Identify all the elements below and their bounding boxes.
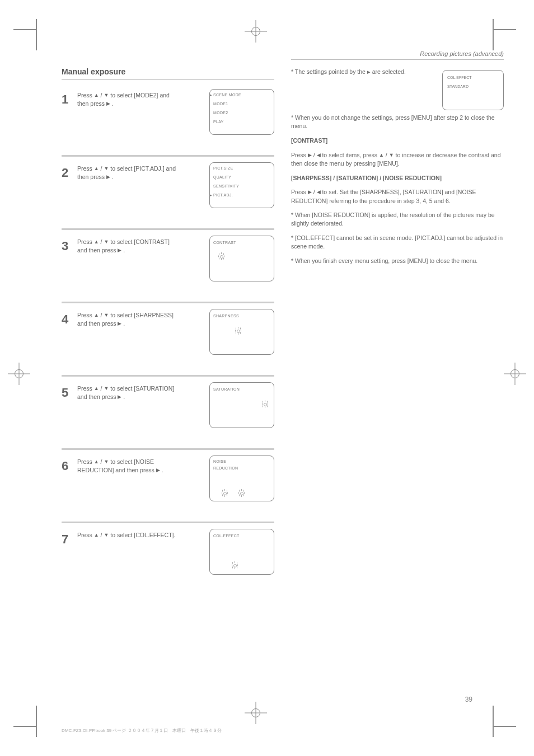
arrow-right-icon <box>156 467 160 474</box>
arrow-up-icon <box>94 238 99 246</box>
lcd-mock: COL.EFFECT <box>209 529 274 575</box>
step-2: 2 Press / to select [PICT.ADJ.] and then… <box>62 161 274 223</box>
left-column: Manual exposure 1 Press / to select [MOD… <box>62 50 274 578</box>
lcd-mock-small: COL.EFFECT STANDARD <box>442 70 504 110</box>
footer-filestamp: DMC-FZ3-OI-PP.book 39 ページ ２００４年７月１日 木曜日 … <box>62 727 222 734</box>
arrow-down-icon <box>104 165 109 172</box>
lcd-mock: SCENE MODE MODE1 MODE2 PLAY <box>209 89 274 135</box>
step-5: 5 Press / to select [SATURATION] and the… <box>62 381 274 443</box>
step-number: 6 <box>62 459 76 473</box>
step-6: 6 Press / to select [NOISE REDUCTION] an… <box>62 454 274 516</box>
right-column: Recording pictures (advanced) COL.EFFECT… <box>291 50 504 271</box>
lcd-mock: PICT.SIZE QUALITY SENSITIVITY PICT.ADJ. <box>209 162 274 208</box>
t: * When you do not change the settings, p… <box>291 114 504 130</box>
arrow-right-icon <box>118 320 121 327</box>
arrow-right-icon <box>106 173 110 181</box>
t: . <box>112 100 114 107</box>
lcd-row: PICT.SIZE <box>213 166 270 170</box>
t: / <box>313 152 315 158</box>
arrow-right-icon <box>118 393 121 401</box>
t: * When you finish every menu setting, pr… <box>291 257 504 265</box>
rbox-line: STANDARD <box>447 84 469 90</box>
registration-mark-left <box>8 363 30 385</box>
lcd-row: MODE2 <box>213 111 270 115</box>
t: Press <box>77 532 94 538</box>
step-4: 4 Press / to select [SHARPNESS] and then… <box>62 308 274 369</box>
arrow-up-icon <box>379 152 384 159</box>
t: / <box>101 458 102 465</box>
divider <box>62 302 274 303</box>
arrow-down-icon <box>104 92 109 99</box>
step-number: 4 <box>62 312 76 327</box>
divider <box>62 228 274 230</box>
arrow-down-icon <box>104 385 109 392</box>
divider <box>62 375 274 377</box>
arrow-up-icon <box>94 312 99 319</box>
brightness-icon <box>231 560 238 570</box>
step-7: 7 Press / to select [COL.EFFECT]. COL.EF… <box>62 528 274 578</box>
step-text: Press / to select [CONTRAST] and then pr… <box>77 238 178 254</box>
arrow-up-icon <box>94 385 99 392</box>
t: Press <box>77 312 94 318</box>
t: * When [NOISE REDUCTION] is applied, the… <box>291 211 504 228</box>
arrow-up-icon <box>94 92 99 99</box>
lcd-row: QUALITY <box>213 175 270 179</box>
lcd-mock: SHARPNESS <box>209 309 274 355</box>
arrow-down-icon <box>104 312 109 319</box>
lcd-row: MODE1 <box>213 102 270 106</box>
t: to select items, press <box>322 152 379 158</box>
arrow-down-icon <box>389 152 394 159</box>
t: Press <box>77 238 94 245</box>
arrow-right-icon <box>308 152 312 159</box>
step-1: 1 Press / to select [MODE2] and then pre… <box>62 88 274 149</box>
divider <box>62 448 274 450</box>
lcd-label: NOISE <box>213 459 270 463</box>
t: / <box>313 189 315 195</box>
t: . <box>162 467 163 473</box>
t: Press <box>77 92 94 98</box>
lcd-mock: SATURATION <box>209 382 274 428</box>
brightness-icon <box>218 251 224 261</box>
divider <box>62 79 274 80</box>
lcd-row: PLAY <box>213 120 270 124</box>
t: Press <box>77 385 94 392</box>
brightness-icon <box>221 487 228 497</box>
divider <box>62 155 274 157</box>
t: . <box>123 393 125 400</box>
step-number: 1 <box>62 92 76 107</box>
arrow-up-icon <box>94 458 99 466</box>
step-text: Press / to select [COL.EFFECT]. <box>77 531 178 539</box>
t: * The settings pointed by the <box>291 68 367 75</box>
arrow-down-icon <box>104 458 109 466</box>
body-text: COL.EFFECT STANDARD * The settings point… <box>291 68 504 265</box>
step-text: Press / to select [SATURATION] and then … <box>77 384 178 401</box>
lcd-row: SENSITIVITY <box>213 184 270 188</box>
brightness-icon <box>261 398 268 408</box>
cursor-icon: ▸ <box>367 68 371 75</box>
lcd-label: SATURATION <box>213 387 270 391</box>
lcd-row: PICT.ADJ. <box>213 193 270 197</box>
lcd-label: COL.EFFECT <box>213 534 270 538</box>
arrow-right-icon <box>118 247 121 254</box>
t: / <box>101 165 102 172</box>
registration-mark-right <box>504 363 526 385</box>
lcd-label: SHARPNESS <box>213 314 270 318</box>
lcd-row: SCENE MODE <box>213 93 270 97</box>
divider <box>62 522 274 523</box>
t: Press <box>77 458 94 465</box>
brightness-icon <box>235 325 241 335</box>
t: / <box>101 238 102 245</box>
step-text: Press / to select [PICT.ADJ.] and then p… <box>77 165 178 181</box>
t: Press <box>291 189 308 195</box>
step-number: 2 <box>62 166 76 180</box>
registration-mark-top <box>245 20 267 43</box>
lcd-label: REDUCTION <box>213 466 270 470</box>
brightness-icon <box>238 487 245 497</box>
t: / <box>101 385 102 392</box>
arrow-left-icon <box>317 189 321 196</box>
t: / <box>101 312 102 318</box>
step-3: 3 Press / to select [CONTRAST] and then … <box>62 234 274 296</box>
arrow-right-icon <box>106 100 110 107</box>
t: are selected. <box>372 68 406 75</box>
divider <box>291 59 504 60</box>
